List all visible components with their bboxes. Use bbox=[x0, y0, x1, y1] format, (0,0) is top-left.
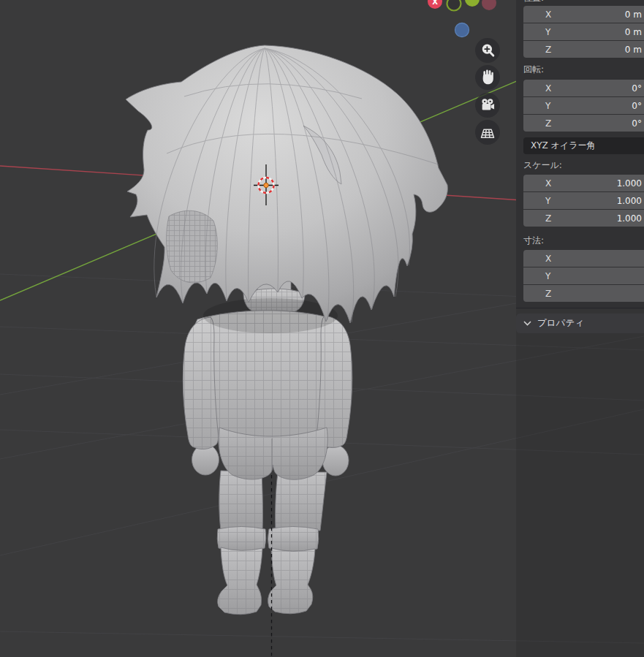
rotation-section-label: 回転: bbox=[523, 64, 644, 75]
field-axis-label: Y bbox=[545, 27, 550, 37]
field-axis-label: Z bbox=[545, 289, 551, 299]
field-axis-label: Y bbox=[545, 101, 550, 111]
rotation-fields: X 0° Y 0° Z 0° bbox=[523, 80, 644, 132]
model-legs bbox=[219, 471, 327, 531]
dimensions-z-field[interactable]: Z bbox=[523, 285, 644, 302]
dimensions-x-field[interactable]: X bbox=[523, 250, 644, 267]
object-origin-dot bbox=[264, 183, 268, 187]
location-y-field[interactable]: Y 0 m bbox=[523, 23, 644, 40]
field-value: 0° bbox=[632, 118, 642, 129]
field-value: 0 m bbox=[625, 10, 642, 20]
field-value: 0° bbox=[632, 101, 642, 111]
scale-fields: X 1.000 Y 1.000 Z 1.000 bbox=[523, 175, 644, 227]
model-boots bbox=[217, 527, 319, 615]
field-axis-label: X bbox=[545, 10, 551, 20]
scale-section-label: スケール: bbox=[523, 159, 644, 171]
dimensions-fields: X Y Z bbox=[523, 250, 644, 302]
field-axis-label: X bbox=[545, 83, 551, 94]
gizmo-axis-neg-x-ball[interactable] bbox=[482, 0, 496, 10]
field-value: 0 m bbox=[625, 27, 642, 37]
rotation-mode-dropdown[interactable]: XYZ オイラー角 bbox=[523, 137, 644, 154]
grid-floor-button[interactable] bbox=[475, 120, 500, 145]
field-axis-label: Z bbox=[545, 213, 551, 224]
location-fields: X 0 m Y 0 m Z 0 m bbox=[523, 6, 644, 58]
chevron-down-icon bbox=[523, 321, 531, 326]
gizmo-axis-z-ball[interactable] bbox=[455, 23, 469, 37]
sidebar-n-panel: 位置: X 0 m Y 0 m Z 0 m 回転: X bbox=[516, 0, 644, 657]
gizmo-axis-y-ball[interactable] bbox=[465, 0, 480, 7]
location-label-clipped: 位置: bbox=[523, 0, 644, 3]
field-axis-label: X bbox=[545, 178, 551, 189]
field-axis-label: Z bbox=[545, 45, 551, 55]
scale-x-field[interactable]: X 1.000 bbox=[523, 175, 644, 191]
blender-window: X bbox=[0, 0, 644, 657]
field-value: 0 m bbox=[625, 45, 642, 55]
camera-view-button[interactable] bbox=[475, 93, 500, 118]
svg-text:X: X bbox=[432, 0, 438, 6]
zoom-in-icon bbox=[480, 42, 496, 58]
dimensions-y-field[interactable]: Y bbox=[523, 267, 644, 284]
properties-panel-header[interactable]: プロパティ bbox=[516, 314, 644, 333]
gizmo-axis-x-ball[interactable]: X bbox=[428, 0, 442, 9]
field-axis-label: Y bbox=[545, 271, 550, 281]
field-value: 1.000 bbox=[617, 213, 642, 224]
properties-panel-label: プロパティ bbox=[537, 317, 584, 330]
location-x-field[interactable]: X 0 m bbox=[523, 6, 644, 23]
rotation-z-field[interactable]: Z 0° bbox=[523, 115, 644, 132]
hair-shadow bbox=[203, 298, 338, 333]
field-value: 1.000 bbox=[617, 196, 642, 206]
field-value: 1.000 bbox=[617, 178, 642, 189]
scale-y-field[interactable]: Y 1.000 bbox=[523, 192, 644, 209]
rotation-x-field[interactable]: X 0° bbox=[523, 80, 644, 96]
transform-panel: 位置: X 0 m Y 0 m Z 0 m 回転: X bbox=[516, 0, 644, 309]
field-axis-label: Y bbox=[545, 196, 550, 206]
grid-floor-icon bbox=[480, 124, 496, 140]
camera-view-icon bbox=[480, 97, 496, 113]
pan-hand-icon bbox=[480, 69, 496, 86]
panel-separator bbox=[516, 308, 644, 308]
dimensions-section-label: 寸法: bbox=[523, 235, 644, 246]
gizmo-axis-neg-y-ring[interactable] bbox=[447, 0, 461, 11]
navigation-gizmo[interactable]: X bbox=[420, 0, 504, 41]
field-value: 0° bbox=[632, 83, 642, 94]
character-model bbox=[126, 45, 447, 657]
field-axis-label: X bbox=[545, 254, 551, 264]
rotation-y-field[interactable]: Y 0° bbox=[523, 97, 644, 114]
model-hair bbox=[126, 45, 447, 323]
zoom-button[interactable] bbox=[475, 38, 500, 63]
pan-button[interactable] bbox=[475, 65, 500, 90]
location-z-field[interactable]: Z 0 m bbox=[523, 41, 644, 58]
field-axis-label: Z bbox=[545, 118, 551, 129]
scale-z-field[interactable]: Z 1.000 bbox=[523, 210, 644, 227]
